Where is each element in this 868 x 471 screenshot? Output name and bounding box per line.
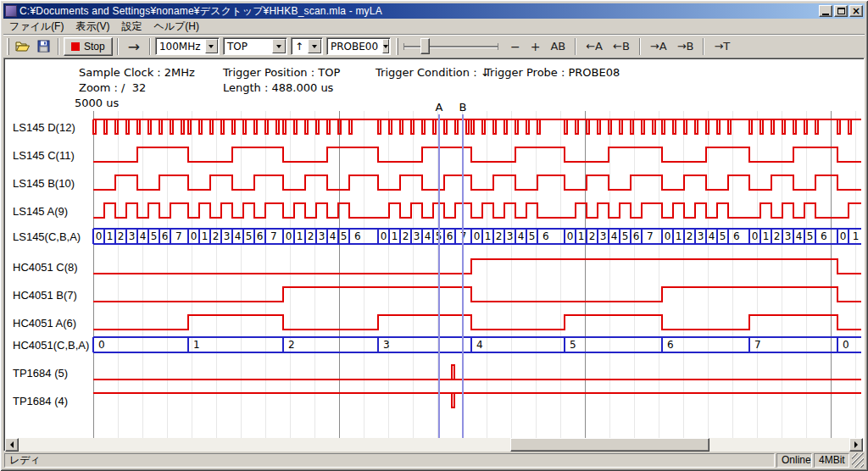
toolbar: Stop → 100MHz TOP ↑ PROBE00 − + AB ←A bbox=[3, 34, 865, 58]
info-trigger-probe: Trigger Probe : PROBE08 bbox=[485, 66, 620, 79]
bus-value: 0 bbox=[96, 230, 103, 242]
dropdown-button[interactable] bbox=[382, 39, 389, 53]
menu-view[interactable]: 表示(V) bbox=[70, 19, 115, 35]
bus-value: 1 bbox=[578, 230, 585, 242]
trigger-probe-combo[interactable]: PROBE00 bbox=[326, 37, 391, 55]
stop-icon bbox=[71, 42, 80, 51]
bus-value: 1 bbox=[763, 230, 770, 242]
bus-value: 4 bbox=[709, 230, 715, 242]
close-icon: × bbox=[852, 7, 860, 15]
wave-5 bbox=[93, 259, 861, 274]
bus-value: 6 bbox=[447, 230, 453, 242]
bus-value: 5 bbox=[246, 230, 253, 242]
cursor-b-label: B bbox=[459, 101, 467, 114]
wave-7 bbox=[93, 315, 861, 330]
bus-value: 7 bbox=[647, 230, 654, 242]
bus-value: 1 bbox=[853, 230, 860, 242]
maximize-button[interactable] bbox=[834, 5, 848, 17]
goto-trigger-button[interactable]: →T bbox=[709, 37, 735, 56]
info-trigger-position: Trigger Position : TOP bbox=[223, 66, 340, 79]
save-floppy-icon bbox=[37, 40, 50, 53]
run-button[interactable]: → bbox=[123, 37, 145, 56]
bus-value: 6 bbox=[667, 339, 674, 351]
bus-value: 0 bbox=[474, 230, 481, 242]
info-trigger-condition: Trigger Condition : ↓ bbox=[376, 66, 490, 79]
goto-cursor-a-left-button[interactable]: ←A bbox=[581, 37, 608, 56]
save-file-button[interactable] bbox=[33, 37, 53, 56]
goto-cursor-a-right-button[interactable]: →A bbox=[645, 37, 672, 56]
bus-value: 3 bbox=[507, 230, 514, 242]
trigger-probe-value: PROBE00 bbox=[327, 41, 381, 53]
bus-value: 3 bbox=[224, 230, 231, 242]
dropdown-button[interactable] bbox=[205, 39, 218, 53]
info-length: Length : 488.000 us bbox=[223, 81, 333, 94]
bus-value: 2 bbox=[589, 230, 596, 242]
toolbar-separator bbox=[58, 38, 59, 55]
maximize-icon bbox=[837, 8, 845, 14]
minimize-button[interactable] bbox=[819, 5, 832, 17]
bus-value: 2 bbox=[774, 230, 781, 242]
goto-cursor-b-right-button[interactable]: →B bbox=[672, 37, 699, 56]
horizontal-scrollbar[interactable] bbox=[5, 438, 863, 452]
trigger-position-combo[interactable]: TOP bbox=[223, 37, 287, 55]
dropdown-button[interactable] bbox=[308, 39, 321, 53]
bus-value: 4 bbox=[611, 230, 618, 242]
resize-grip[interactable] bbox=[852, 453, 864, 468]
time-scale-label: 5000 us bbox=[75, 97, 119, 109]
bus-value: 4 bbox=[140, 230, 147, 242]
open-file-button[interactable] bbox=[13, 37, 33, 56]
scroll-right-button[interactable] bbox=[849, 438, 863, 452]
app-icon[interactable] bbox=[5, 5, 17, 17]
menu-help[interactable]: ヘルプ(H) bbox=[147, 19, 205, 35]
dropdown-button[interactable] bbox=[272, 39, 286, 53]
bus-value: 3 bbox=[383, 339, 390, 351]
zoom-out-button[interactable]: − bbox=[505, 37, 526, 56]
wave-1 bbox=[93, 147, 861, 162]
close-button[interactable]: × bbox=[849, 5, 863, 17]
bus-value: 6 bbox=[733, 230, 740, 242]
cursor-a-label: A bbox=[436, 101, 443, 114]
status-online: Online bbox=[776, 453, 812, 468]
menu-settings[interactable]: 設定 bbox=[115, 19, 147, 35]
waveform-display[interactable]: 5000 us012345670123456701234560123456701… bbox=[7, 97, 861, 438]
bus-value: 4 bbox=[796, 230, 803, 242]
bus-value: 1 bbox=[392, 230, 398, 242]
trigger-edge-combo[interactable]: ↑ bbox=[291, 37, 323, 55]
bus-value: 6 bbox=[162, 230, 169, 242]
arrow-right-icon bbox=[854, 441, 858, 448]
scrollbar-thumb[interactable] bbox=[510, 438, 709, 452]
stop-label: Stop bbox=[84, 41, 105, 53]
bus-value: 6 bbox=[354, 230, 361, 242]
bus-value: 0 bbox=[286, 230, 292, 242]
bus-value: 4 bbox=[235, 230, 242, 242]
toolbar-separator bbox=[639, 38, 641, 55]
bus-value: 2 bbox=[496, 230, 503, 242]
slider-thumb[interactable] bbox=[420, 38, 430, 54]
bus-value: 5 bbox=[807, 230, 814, 242]
zoom-ab-button[interactable]: AB bbox=[545, 37, 570, 56]
bus-value: 2 bbox=[288, 339, 295, 351]
toolbar-grip[interactable] bbox=[7, 38, 9, 55]
menu-file[interactable]: ファイル(F) bbox=[3, 19, 70, 35]
sample-clock-combo[interactable]: 100MHz bbox=[155, 37, 220, 55]
chevron-down-icon bbox=[276, 45, 281, 48]
toolbar-separator bbox=[703, 38, 704, 55]
bus-value: 7 bbox=[270, 230, 277, 242]
wave-2 bbox=[93, 175, 861, 190]
bus-value: 3 bbox=[319, 230, 326, 242]
wave-3 bbox=[93, 203, 861, 218]
bus-value: 1 bbox=[107, 230, 114, 242]
zoom-in-button[interactable]: + bbox=[526, 37, 546, 56]
bus-value: 2 bbox=[403, 230, 409, 242]
bus-value: 3 bbox=[698, 230, 704, 242]
minimize-icon bbox=[822, 14, 829, 15]
bus-value: 1 bbox=[297, 230, 303, 242]
bus-value: 1 bbox=[193, 339, 200, 351]
scroll-left-button[interactable] bbox=[5, 438, 19, 452]
stop-button[interactable]: Stop bbox=[64, 37, 113, 56]
waveform-panel: Sample Clock : 2MHz Zoom : / 32 Trigger … bbox=[3, 58, 865, 452]
goto-cursor-b-left-button[interactable]: ←B bbox=[608, 37, 635, 56]
zoom-slider[interactable] bbox=[403, 37, 498, 56]
bus-value: 5 bbox=[151, 230, 158, 242]
toolbar-grip[interactable] bbox=[396, 38, 398, 55]
